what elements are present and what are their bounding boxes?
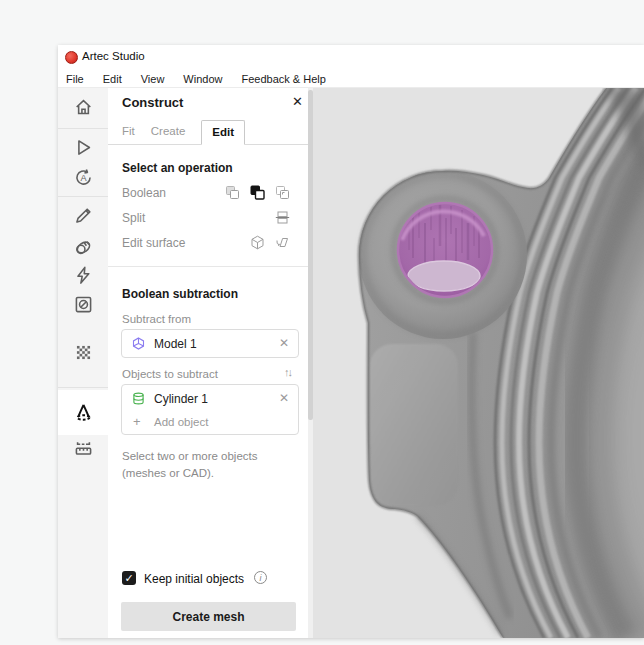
objects-to-subtract-box: Cylinder 1 ✕ + Add object: [121, 384, 299, 435]
app-title: Artec Studio: [82, 50, 145, 62]
create-mesh-button[interactable]: Create mesh: [121, 602, 296, 631]
remove-model-button[interactable]: ✕: [279, 336, 289, 350]
edit-surface-label: Edit surface: [122, 236, 185, 250]
flip-surface-icon[interactable]: [274, 234, 291, 251]
plus-icon: +: [133, 414, 141, 429]
operation-row-split: Split: [108, 209, 313, 227]
sidebar-item-editor[interactable]: [58, 197, 108, 233]
selection-hint: Select two or more objects (meshes or CA…: [122, 448, 292, 482]
svg-text:A: A: [80, 172, 87, 182]
keep-initial-objects-checkbox[interactable]: ✓: [122, 571, 136, 585]
framed-sphere-icon: [73, 294, 94, 315]
eraser-icon: [73, 237, 94, 258]
sidebar-item-home[interactable]: [58, 89, 108, 125]
play-icon: [73, 137, 94, 158]
cylinder-icon: [132, 392, 145, 405]
texture-icon: [73, 342, 94, 363]
model-name: Model 1: [154, 337, 197, 351]
model-row[interactable]: Model 1 ✕: [122, 330, 298, 357]
sidebar-divider: [58, 387, 108, 388]
operation-row-edit-surface: Edit surface: [108, 234, 313, 252]
title-bar: Artec Studio: [58, 45, 644, 70]
menu-item-edit[interactable]: Edit: [103, 73, 122, 85]
boolean-label: Boolean: [122, 186, 166, 200]
boolean-intersect-icon[interactable]: [274, 184, 291, 201]
objects-to-subtract-label: Objects to subtract: [122, 368, 218, 380]
remove-cylinder-button[interactable]: ✕: [279, 391, 289, 405]
menu-item-feedback-help[interactable]: Feedback & Help: [241, 73, 325, 85]
cylinder-row[interactable]: Cylinder 1 ✕: [122, 385, 298, 412]
tab-edit[interactable]: Edit: [201, 120, 245, 145]
artec-logo-icon: [65, 51, 78, 64]
sidebar-item-construct[interactable]: [58, 394, 108, 430]
add-object-label: Add object: [154, 416, 208, 428]
boolean-union-icon[interactable]: [224, 184, 241, 201]
tab-create[interactable]: Create: [151, 120, 186, 144]
sidebar-item-texture[interactable]: [58, 334, 108, 370]
app-window: Artec Studio File Edit View Window Feedb…: [58, 45, 644, 638]
scanned-mesh-render: [313, 88, 644, 638]
lightning-icon: [73, 265, 94, 286]
cone-icon: [73, 402, 94, 423]
sidebar-item-measure[interactable]: [58, 429, 108, 465]
construct-tabs: Fit Create Edit: [108, 119, 313, 145]
model-icon: [132, 337, 145, 350]
subtract-from-box: Model 1 ✕: [121, 329, 299, 358]
menu-item-view[interactable]: View: [141, 73, 165, 85]
cylinder-name: Cylinder 1: [154, 392, 208, 406]
home-icon: [73, 97, 94, 118]
boolean-subtraction-heading: Boolean subtraction: [122, 287, 238, 301]
cylinder-highlight: [398, 203, 492, 297]
operation-section-heading: Select an operation: [122, 161, 233, 175]
tab-fit[interactable]: Fit: [122, 120, 135, 144]
split-icon[interactable]: [274, 209, 291, 226]
subtract-from-label: Subtract from: [122, 313, 191, 325]
sort-order-button[interactable]: ↑↓: [284, 366, 291, 378]
viewport-3d[interactable]: [313, 88, 644, 638]
construct-panel: Construct ✕ Fit Create Edit Select an op…: [108, 88, 313, 638]
add-object-button[interactable]: + Add object: [122, 412, 298, 434]
close-panel-button[interactable]: ✕: [292, 94, 303, 110]
panel-title: Construct: [122, 95, 183, 110]
sidebar-item-align[interactable]: [58, 286, 108, 322]
section-divider: [108, 266, 313, 267]
info-icon[interactable]: i: [254, 571, 267, 584]
operation-row-boolean: Boolean: [108, 184, 313, 202]
boolean-subtract-icon[interactable]: [249, 184, 266, 201]
ruler-icon: [73, 437, 94, 458]
split-label: Split: [122, 211, 145, 225]
keep-initial-objects-label: Keep initial objects: [144, 572, 244, 586]
menu-item-file[interactable]: File: [66, 73, 84, 85]
fit-to-surface-icon[interactable]: [249, 234, 266, 251]
sidebar: A: [58, 88, 108, 638]
autopilot-icon: A: [73, 167, 94, 188]
sidebar-item-autopilot[interactable]: A: [58, 159, 108, 195]
pencil-icon: [73, 205, 94, 226]
menu-bar: File Edit View Window Feedback & Help: [58, 70, 644, 88]
menu-item-window[interactable]: Window: [183, 73, 222, 85]
